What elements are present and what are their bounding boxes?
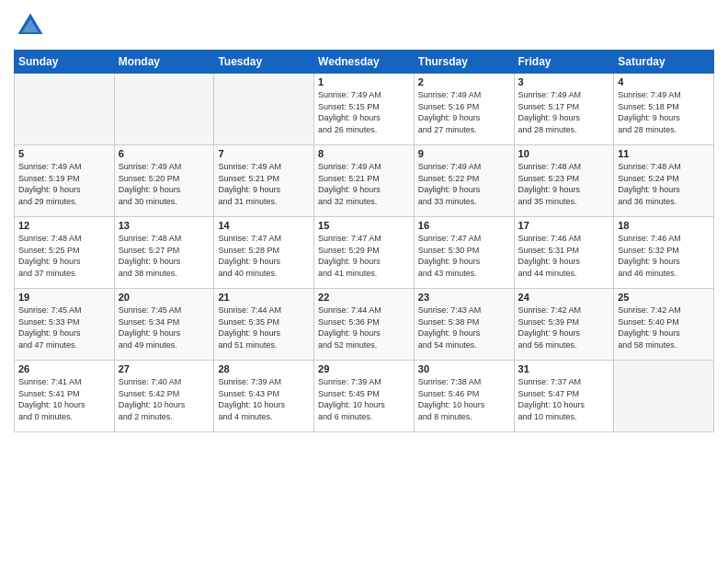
day-info: Sunrise: 7:38 AM Sunset: 5:46 PM Dayligh… [418, 376, 510, 422]
day-info: Sunrise: 7:46 AM Sunset: 5:32 PM Dayligh… [618, 233, 710, 279]
day-info: Sunrise: 7:48 AM Sunset: 5:27 PM Dayligh… [119, 233, 210, 279]
day-cell: 8Sunrise: 7:49 AM Sunset: 5:21 PM Daylig… [314, 145, 415, 217]
col-header-wednesday: Wednesday [314, 51, 415, 74]
day-info: Sunrise: 7:49 AM Sunset: 5:20 PM Dayligh… [119, 161, 210, 207]
day-info: Sunrise: 7:40 AM Sunset: 5:42 PM Dayligh… [119, 376, 210, 422]
day-info: Sunrise: 7:39 AM Sunset: 5:45 PM Dayligh… [318, 376, 410, 422]
day-number: 30 [418, 363, 510, 374]
week-row-3: 12Sunrise: 7:48 AM Sunset: 5:25 PM Dayli… [15, 217, 714, 289]
week-row-5: 26Sunrise: 7:41 AM Sunset: 5:41 PM Dayli… [15, 361, 714, 432]
logo-icon [14, 9, 47, 42]
day-info: Sunrise: 7:49 AM Sunset: 5:18 PM Dayligh… [618, 89, 710, 135]
day-info: Sunrise: 7:48 AM Sunset: 5:25 PM Dayligh… [18, 233, 110, 279]
day-cell: 2Sunrise: 7:49 AM Sunset: 5:16 PM Daylig… [414, 74, 514, 145]
day-number: 19 [18, 292, 110, 303]
day-cell: 5Sunrise: 7:49 AM Sunset: 5:19 PM Daylig… [15, 145, 115, 217]
day-cell: 12Sunrise: 7:48 AM Sunset: 5:25 PM Dayli… [15, 217, 115, 289]
day-info: Sunrise: 7:47 AM Sunset: 5:28 PM Dayligh… [218, 233, 310, 279]
day-cell [114, 74, 214, 145]
col-header-tuesday: Tuesday [214, 51, 314, 74]
day-cell: 1Sunrise: 7:49 AM Sunset: 5:15 PM Daylig… [314, 74, 415, 145]
day-number: 17 [518, 220, 610, 231]
day-info: Sunrise: 7:45 AM Sunset: 5:34 PM Dayligh… [119, 304, 210, 350]
page-container: SundayMondayTuesdayWednesdayThursdayFrid… [0, 0, 728, 563]
col-header-friday: Friday [514, 51, 614, 74]
day-cell: 6Sunrise: 7:49 AM Sunset: 5:20 PM Daylig… [114, 145, 214, 217]
day-cell: 9Sunrise: 7:49 AM Sunset: 5:22 PM Daylig… [414, 145, 514, 217]
day-number: 26 [18, 363, 110, 374]
day-info: Sunrise: 7:49 AM Sunset: 5:22 PM Dayligh… [418, 161, 510, 207]
day-info: Sunrise: 7:49 AM Sunset: 5:17 PM Dayligh… [518, 89, 610, 135]
day-cell: 13Sunrise: 7:48 AM Sunset: 5:27 PM Dayli… [114, 217, 214, 289]
day-number: 14 [218, 220, 310, 231]
week-row-2: 5Sunrise: 7:49 AM Sunset: 5:19 PM Daylig… [15, 145, 714, 217]
day-number: 18 [618, 220, 710, 231]
week-row-4: 19Sunrise: 7:45 AM Sunset: 5:33 PM Dayli… [15, 289, 714, 361]
day-info: Sunrise: 7:42 AM Sunset: 5:40 PM Dayligh… [618, 304, 710, 350]
day-number: 27 [119, 363, 210, 374]
day-number: 13 [119, 220, 210, 231]
day-number: 25 [618, 292, 710, 303]
day-number: 29 [318, 363, 410, 374]
day-number: 7 [218, 148, 310, 159]
day-info: Sunrise: 7:49 AM Sunset: 5:21 PM Dayligh… [318, 161, 410, 207]
day-cell: 10Sunrise: 7:48 AM Sunset: 5:23 PM Dayli… [514, 145, 614, 217]
day-cell: 7Sunrise: 7:49 AM Sunset: 5:21 PM Daylig… [214, 145, 314, 217]
day-number: 4 [618, 76, 710, 87]
day-number: 21 [218, 292, 310, 303]
day-cell: 25Sunrise: 7:42 AM Sunset: 5:40 PM Dayli… [614, 289, 714, 361]
day-info: Sunrise: 7:47 AM Sunset: 5:29 PM Dayligh… [318, 233, 410, 279]
day-info: Sunrise: 7:44 AM Sunset: 5:36 PM Dayligh… [318, 304, 410, 350]
day-cell: 21Sunrise: 7:44 AM Sunset: 5:35 PM Dayli… [214, 289, 314, 361]
day-cell: 14Sunrise: 7:47 AM Sunset: 5:28 PM Dayli… [214, 217, 314, 289]
day-cell: 18Sunrise: 7:46 AM Sunset: 5:32 PM Dayli… [614, 217, 714, 289]
calendar-table: SundayMondayTuesdayWednesdayThursdayFrid… [14, 50, 714, 432]
day-info: Sunrise: 7:45 AM Sunset: 5:33 PM Dayligh… [18, 304, 110, 350]
day-number: 5 [18, 148, 110, 159]
day-cell [214, 74, 314, 145]
day-cell: 11Sunrise: 7:48 AM Sunset: 5:24 PM Dayli… [614, 145, 714, 217]
day-number: 9 [418, 148, 510, 159]
day-cell: 22Sunrise: 7:44 AM Sunset: 5:36 PM Dayli… [314, 289, 415, 361]
day-info: Sunrise: 7:43 AM Sunset: 5:38 PM Dayligh… [418, 304, 510, 350]
day-number: 22 [318, 292, 410, 303]
day-cell: 20Sunrise: 7:45 AM Sunset: 5:34 PM Dayli… [114, 289, 214, 361]
day-number: 28 [218, 363, 310, 374]
day-info: Sunrise: 7:49 AM Sunset: 5:16 PM Dayligh… [418, 89, 510, 135]
day-cell: 26Sunrise: 7:41 AM Sunset: 5:41 PM Dayli… [15, 361, 115, 432]
day-number: 8 [318, 148, 410, 159]
day-number: 24 [518, 292, 610, 303]
day-info: Sunrise: 7:48 AM Sunset: 5:23 PM Dayligh… [518, 161, 610, 207]
day-cell: 31Sunrise: 7:37 AM Sunset: 5:47 PM Dayli… [514, 361, 614, 432]
day-cell: 28Sunrise: 7:39 AM Sunset: 5:43 PM Dayli… [214, 361, 314, 432]
day-cell: 30Sunrise: 7:38 AM Sunset: 5:46 PM Dayli… [414, 361, 514, 432]
col-header-sunday: Sunday [15, 51, 115, 74]
day-number: 3 [518, 76, 610, 87]
day-number: 10 [518, 148, 610, 159]
day-number: 6 [119, 148, 210, 159]
day-info: Sunrise: 7:37 AM Sunset: 5:47 PM Dayligh… [518, 376, 610, 422]
day-cell [614, 361, 714, 432]
day-cell: 27Sunrise: 7:40 AM Sunset: 5:42 PM Dayli… [114, 361, 214, 432]
header-row: SundayMondayTuesdayWednesdayThursdayFrid… [15, 51, 714, 74]
day-cell: 19Sunrise: 7:45 AM Sunset: 5:33 PM Dayli… [15, 289, 115, 361]
day-info: Sunrise: 7:39 AM Sunset: 5:43 PM Dayligh… [218, 376, 310, 422]
day-info: Sunrise: 7:49 AM Sunset: 5:19 PM Dayligh… [18, 161, 110, 207]
day-cell: 4Sunrise: 7:49 AM Sunset: 5:18 PM Daylig… [614, 74, 714, 145]
day-info: Sunrise: 7:48 AM Sunset: 5:24 PM Dayligh… [618, 161, 710, 207]
day-info: Sunrise: 7:46 AM Sunset: 5:31 PM Dayligh… [518, 233, 610, 279]
logo [14, 9, 51, 42]
day-number: 20 [119, 292, 210, 303]
day-number: 16 [418, 220, 510, 231]
day-cell: 24Sunrise: 7:42 AM Sunset: 5:39 PM Dayli… [514, 289, 614, 361]
day-info: Sunrise: 7:49 AM Sunset: 5:15 PM Dayligh… [318, 89, 410, 135]
col-header-monday: Monday [114, 51, 214, 74]
day-number: 11 [618, 148, 710, 159]
week-row-1: 1Sunrise: 7:49 AM Sunset: 5:15 PM Daylig… [15, 74, 714, 145]
day-number: 2 [418, 76, 510, 87]
day-cell: 3Sunrise: 7:49 AM Sunset: 5:17 PM Daylig… [514, 74, 614, 145]
day-info: Sunrise: 7:47 AM Sunset: 5:30 PM Dayligh… [418, 233, 510, 279]
day-number: 1 [318, 76, 410, 87]
day-number: 12 [18, 220, 110, 231]
day-cell [15, 74, 115, 145]
